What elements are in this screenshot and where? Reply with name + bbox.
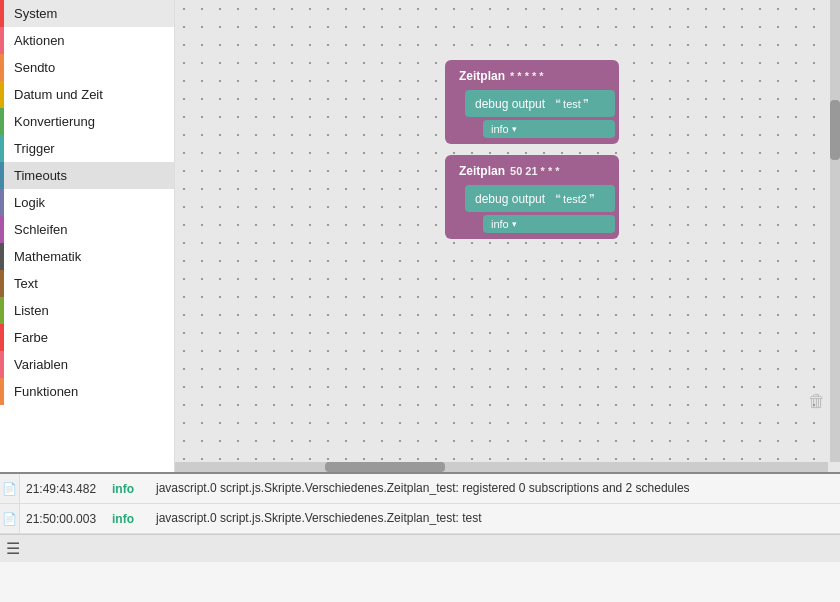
- sidebar-item-listen[interactable]: Listen: [0, 297, 174, 324]
- dropdown-arrow-2: ▾: [512, 219, 517, 229]
- log-row-icon-0: 📄: [0, 474, 20, 503]
- sidebar-item-logik[interactable]: Logik: [0, 189, 174, 216]
- script-icon-0: 📄: [2, 482, 17, 496]
- log-row-icon-1: 📄: [0, 504, 20, 533]
- zeitplan-value-1: * * * * *: [510, 70, 544, 82]
- zeitplan-block-1[interactable]: Zeitplan * * * * *: [449, 64, 615, 88]
- info-label-2: info: [491, 218, 509, 230]
- string-val-2: ❝ test2 ❞: [550, 190, 600, 207]
- dropdown-arrow-1: ▾: [512, 124, 517, 134]
- script-icon-1: 📄: [2, 512, 17, 526]
- info-block-2[interactable]: info ▾: [483, 215, 615, 233]
- sidebar-item-text[interactable]: Text: [0, 270, 174, 297]
- log-message-0: javascript.0 script.js.Skripte.Verschied…: [150, 474, 840, 503]
- quote-open-1: ❝: [555, 97, 561, 110]
- debug-block-2[interactable]: debug output ❝ test2 ❞: [465, 185, 615, 212]
- zeitplan-value-2: 50 21 * * *: [510, 165, 560, 177]
- sidebar-item-aktionen[interactable]: Aktionen: [0, 27, 174, 54]
- debug-label-2: debug output: [475, 192, 545, 206]
- string-val-1: ❝ test ❞: [550, 95, 594, 112]
- log-message-1: javascript.0 script.js.Skripte.Verschied…: [150, 504, 840, 533]
- log-time-0: 21:49:43.482: [20, 474, 110, 503]
- scrollbar-thumb-h[interactable]: [325, 462, 445, 472]
- debug-label-1: debug output: [475, 97, 545, 111]
- sidebar: SystemAktionenSendtoDatum und ZeitKonver…: [0, 0, 175, 472]
- sidebar-item-timeouts[interactable]: Timeouts: [0, 162, 174, 189]
- zeitplan-label-2: Zeitplan: [459, 164, 505, 178]
- sidebar-item-konvertierung[interactable]: Konvertierung: [0, 108, 174, 135]
- sidebar-item-system[interactable]: System: [0, 0, 174, 27]
- zeitplan-block-2[interactable]: Zeitplan 50 21 * * *: [449, 159, 615, 183]
- sidebar-item-mathematik[interactable]: Mathematik: [0, 243, 174, 270]
- sidebar-item-farbe[interactable]: Farbe: [0, 324, 174, 351]
- info-label-1: info: [491, 123, 509, 135]
- quote-close-2: ❞: [589, 192, 595, 205]
- log-row-1: 📄 21:50:00.003 info javascript.0 script.…: [0, 504, 840, 534]
- canvas: Zeitplan * * * * * debug output ❝ test ❞…: [175, 0, 840, 472]
- debug-block-1[interactable]: debug output ❝ test ❞: [465, 90, 615, 117]
- log-level-1: info: [110, 504, 150, 533]
- footer-menu-icon[interactable]: ☰: [6, 539, 20, 558]
- zeitplan-container-1: Zeitplan * * * * * debug output ❝ test ❞…: [445, 60, 619, 144]
- log-row-0: 📄 21:49:43.482 info javascript.0 script.…: [0, 474, 840, 504]
- sidebar-item-variablen[interactable]: Variablen: [0, 351, 174, 378]
- string-text-1: test: [563, 98, 581, 110]
- zeitplan-label-1: Zeitplan: [459, 69, 505, 83]
- zeitplan-container-2: Zeitplan 50 21 * * * debug output ❝ test…: [445, 155, 619, 239]
- info-block-1[interactable]: info ▾: [483, 120, 615, 138]
- log-panel-footer: ☰: [0, 534, 840, 562]
- block-group-2: Zeitplan 50 21 * * * debug output ❝ test…: [445, 155, 619, 239]
- quote-close-1: ❞: [583, 97, 589, 110]
- quote-open-2: ❝: [555, 192, 561, 205]
- sidebar-item-sendto[interactable]: Sendto: [0, 54, 174, 81]
- scrollbar-thumb-v[interactable]: [830, 100, 840, 160]
- string-text-2: test2: [563, 193, 587, 205]
- log-panel: 📄 21:49:43.482 info javascript.0 script.…: [0, 472, 840, 602]
- horizontal-scrollbar[interactable]: [175, 462, 828, 472]
- trash-icon[interactable]: 🗑: [808, 391, 826, 412]
- vertical-scrollbar[interactable]: [830, 0, 840, 462]
- block-group-1: Zeitplan * * * * * debug output ❝ test ❞…: [445, 60, 619, 144]
- sidebar-item-trigger[interactable]: Trigger: [0, 135, 174, 162]
- sidebar-item-datum-und-zeit[interactable]: Datum und Zeit: [0, 81, 174, 108]
- sidebar-item-funktionen[interactable]: Funktionen: [0, 378, 174, 405]
- log-time-1: 21:50:00.003: [20, 504, 110, 533]
- log-level-0: info: [110, 474, 150, 503]
- sidebar-item-schleifen[interactable]: Schleifen: [0, 216, 174, 243]
